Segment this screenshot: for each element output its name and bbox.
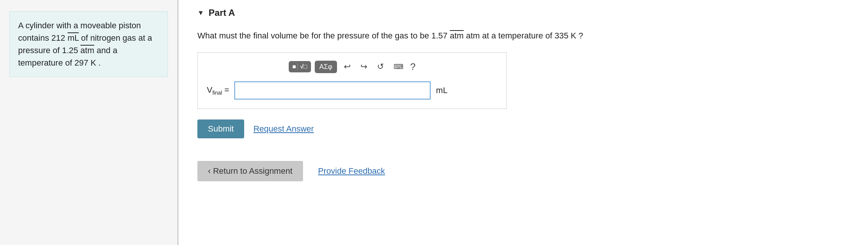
symbols-label: ΑΣφ xyxy=(319,63,332,70)
left-panel: A cylinder with a moveable piston contai… xyxy=(0,0,177,245)
right-panel: ▼ Part A What must the final volume be f… xyxy=(179,0,868,245)
variable-label: Vfinal = xyxy=(207,85,229,96)
undo-button[interactable]: ↩ xyxy=(341,60,354,73)
math-toolbar: ■ √□ ΑΣφ ↩ ↪ ↺ ⌨ ? xyxy=(207,60,497,73)
input-row: Vfinal = mL xyxy=(207,81,497,100)
math-editor-icon: ■ √□ xyxy=(292,63,307,70)
action-row: Submit Request Answer xyxy=(197,119,849,138)
provide-feedback-button[interactable]: Provide Feedback xyxy=(318,166,385,176)
symbols-button[interactable]: ΑΣφ xyxy=(315,61,337,73)
question-text: What must the final volume be for the pr… xyxy=(197,29,849,42)
submit-button[interactable]: Submit xyxy=(197,119,244,138)
answer-box: ■ √□ ΑΣφ ↩ ↪ ↺ ⌨ ? Vfinal = mL xyxy=(197,52,507,109)
refresh-button[interactable]: ↺ xyxy=(374,60,387,73)
keyboard-button[interactable]: ⌨ xyxy=(391,61,406,72)
return-to-assignment-button[interactable]: ‹ Return to Assignment xyxy=(197,161,303,181)
collapse-icon[interactable]: ▼ xyxy=(197,9,204,17)
redo-button[interactable]: ↪ xyxy=(357,60,370,73)
math-editor-button[interactable]: ■ √□ xyxy=(289,61,311,72)
help-button[interactable]: ? xyxy=(410,61,416,73)
part-header: ▼ Part A xyxy=(197,8,849,18)
bottom-row: ‹ Return to Assignment Provide Feedback xyxy=(197,161,849,181)
problem-text: A cylinder with a moveable piston contai… xyxy=(18,21,152,67)
problem-box: A cylinder with a moveable piston contai… xyxy=(9,11,168,77)
answer-input[interactable] xyxy=(234,81,431,100)
unit-label: mL xyxy=(436,86,448,95)
part-title: Part A xyxy=(209,8,235,18)
request-answer-button[interactable]: Request Answer xyxy=(253,124,314,134)
